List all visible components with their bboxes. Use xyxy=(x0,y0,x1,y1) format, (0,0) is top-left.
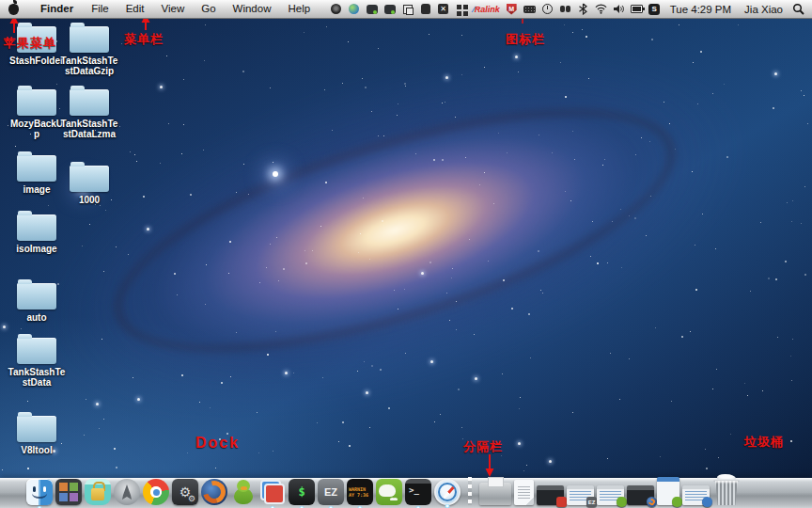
annotation-apple-menu: 苹果菜单 xyxy=(4,35,56,52)
folder-label: image xyxy=(8,184,66,195)
hand-tool-icon[interactable] xyxy=(419,3,431,15)
folder-label: isoImage xyxy=(8,244,66,254)
app-badge: EZ xyxy=(586,497,597,507)
dock: ⚙⚙ $ EZ WARNINAY 7:36 >_ EZ xyxy=(26,476,741,505)
folder-icon xyxy=(17,214,56,241)
dock-minimized-window[interactable] xyxy=(537,485,564,505)
desktop-folder-1000[interactable]: 1000 xyxy=(60,162,118,205)
annotation-separator: 分隔栏 xyxy=(463,438,503,455)
time-machine-icon[interactable] xyxy=(541,3,554,15)
dock-minimized-window[interactable] xyxy=(682,485,710,505)
status-icon-tray: ✕ ∕Ralink M S Tue 4:29 PM Jia Xiao xyxy=(330,3,812,15)
desktop-folder-tankstashtestdata[interactable]: TankStashTestData xyxy=(8,334,66,388)
dock-gears-utility-icon[interactable]: ⚙⚙ xyxy=(172,479,198,505)
dock-firefox-icon[interactable] xyxy=(201,479,227,505)
dock-minimized-window[interactable]: EZ xyxy=(567,485,594,505)
dock-console-log-icon[interactable]: WARNINAY 7:36 xyxy=(347,479,373,505)
volume-icon[interactable] xyxy=(613,3,625,15)
apple-menu-icon[interactable] xyxy=(8,4,19,15)
annotation-icon-bar: 图标栏 xyxy=(506,31,545,48)
display-switch-icon[interactable] xyxy=(401,3,414,15)
desktop-folder-image[interactable]: image xyxy=(8,151,66,195)
menubar-clock[interactable]: Tue 4:29 PM xyxy=(666,4,735,15)
menu-file[interactable]: File xyxy=(83,0,117,18)
keyboard-battery-icon[interactable] xyxy=(523,3,536,15)
dock-minimized-window[interactable] xyxy=(627,485,654,505)
grid-spaces-icon[interactable] xyxy=(455,3,467,15)
folder-icon xyxy=(17,416,56,442)
folder-label: StashFolder xyxy=(8,56,66,66)
folder-label: 1000 xyxy=(60,195,118,205)
folder-label: V8Itool xyxy=(8,445,66,455)
folder-icon xyxy=(70,166,109,192)
folder-label: auto xyxy=(8,312,66,323)
firefox-badge xyxy=(647,497,657,507)
folder-icon xyxy=(70,26,109,53)
dock-minimized-window[interactable] xyxy=(657,477,679,505)
dock-safari-icon[interactable] xyxy=(434,479,461,505)
desktop-folder-auto[interactable]: auto xyxy=(8,279,66,323)
folder-label: TankStashTestDataGzip xyxy=(60,56,118,76)
desktop-folder-mozybackup[interactable]: MozyBackUp xyxy=(8,86,66,139)
folder-label: TankStashTestDataLzma xyxy=(60,119,118,139)
wifi-icon[interactable] xyxy=(595,3,607,15)
sync-globe-icon[interactable] xyxy=(348,3,360,15)
folder-label: MozyBackUp xyxy=(8,119,66,139)
running-indicator xyxy=(379,484,393,497)
dock-launchpad-icon[interactable] xyxy=(114,479,140,505)
menu-help[interactable]: Help xyxy=(279,0,319,18)
desktop-folder-v8itool[interactable]: V8Itool xyxy=(8,412,66,455)
folder-label: TankStashTestData xyxy=(8,367,66,388)
folder-icon xyxy=(17,89,56,116)
bluetooth-icon[interactable] xyxy=(577,3,589,15)
dock-ez7z-icon[interactable]: EZ xyxy=(318,479,344,505)
dock-terminal-icon[interactable]: >_ xyxy=(405,479,431,505)
spotlight-search-icon[interactable] xyxy=(792,3,804,15)
x-window-icon[interactable]: ✕ xyxy=(437,3,449,15)
menu-go[interactable]: Go xyxy=(193,0,224,18)
dock-photo-gallery-icon[interactable] xyxy=(55,479,82,505)
remote-agent-icon[interactable] xyxy=(383,3,396,15)
folder-icon xyxy=(17,338,56,364)
desktop-folder-tankstashtestdatagzip[interactable]: TankStashTestDataGzip xyxy=(60,23,118,76)
ralink-utility-label[interactable]: ∕Ralink xyxy=(473,5,500,14)
dock-minimized-window[interactable] xyxy=(597,485,624,505)
app-badge xyxy=(556,497,567,507)
mcafee-shield-icon[interactable]: M xyxy=(506,3,518,15)
menu-window[interactable]: Window xyxy=(225,0,280,18)
annotation-arrow-down xyxy=(483,454,496,478)
app-badge xyxy=(617,497,627,507)
trash-icon[interactable] xyxy=(712,476,741,505)
bright-star xyxy=(273,171,278,177)
app-badge xyxy=(672,497,682,507)
menu-edit[interactable]: Edit xyxy=(117,0,153,18)
webcam-icon[interactable] xyxy=(330,3,342,15)
menubar-user[interactable]: Jia Xiao xyxy=(741,4,787,15)
folder-icon xyxy=(17,283,56,310)
dock-document-icon[interactable] xyxy=(514,480,534,505)
dock-adium-icon[interactable] xyxy=(230,479,257,505)
skitch-icon[interactable]: S xyxy=(648,3,661,15)
desktop-folder-isoimage[interactable]: isoImage xyxy=(8,211,66,254)
desktop-folder-tankstashtestdatalzma[interactable]: TankStashTestDataLzma xyxy=(60,86,118,139)
dock-finder-icon[interactable] xyxy=(26,479,53,505)
app-badge xyxy=(702,497,712,507)
binoculars-icon[interactable] xyxy=(559,3,571,15)
dock-evernote-icon[interactable] xyxy=(376,479,402,505)
dock-chrome-icon[interactable] xyxy=(143,479,169,505)
menu-finder[interactable]: Finder xyxy=(32,0,83,18)
annotation-menu-bar: 菜单栏 xyxy=(124,31,164,48)
battery-icon[interactable] xyxy=(631,3,643,15)
running-indicator xyxy=(445,504,450,508)
desktop-screen: Finder File Edit View Go Window Help ✕ ∕… xyxy=(0,0,812,508)
dock-printer-icon[interactable] xyxy=(479,483,511,505)
folder-icon xyxy=(17,155,56,182)
folder-icon xyxy=(70,89,109,116)
dock-vmware-fusion-icon[interactable] xyxy=(259,479,286,505)
dock-disk-encryption-icon[interactable] xyxy=(85,479,111,505)
annotation-dock: Dock xyxy=(195,435,240,452)
dock-iterm-icon[interactable]: $ xyxy=(289,479,315,505)
remote-agent-icon[interactable] xyxy=(366,3,378,15)
menu-view[interactable]: View xyxy=(153,0,194,18)
dock-separator[interactable] xyxy=(463,477,476,505)
